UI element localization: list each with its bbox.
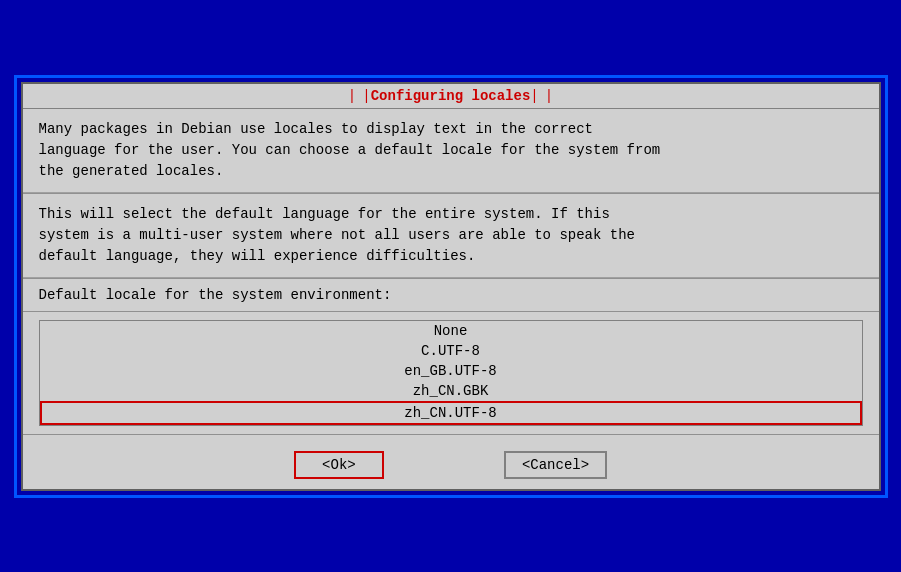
- outer-border: | Configuring locales | Many packages in…: [14, 75, 888, 498]
- title-bar: | Configuring locales |: [23, 84, 879, 109]
- locale-label: Default locale for the system environmen…: [23, 279, 879, 311]
- paragraph2: This will select the default language fo…: [23, 194, 879, 278]
- paragraph1-text: Many packages in Debian use locales to d…: [39, 121, 661, 179]
- locale-item[interactable]: zh_CN.UTF-8: [40, 401, 862, 425]
- paragraph1: Many packages in Debian use locales to d…: [23, 109, 879, 193]
- paragraph2-text: This will select the default language fo…: [39, 206, 636, 264]
- locale-list: NoneC.UTF-8en_GB.UTF-8zh_CN.GBKzh_CN.UTF…: [40, 321, 862, 425]
- locale-item[interactable]: en_GB.UTF-8: [40, 361, 862, 381]
- spacer2: [23, 426, 879, 434]
- button-row: <Ok> <Cancel>: [23, 435, 879, 489]
- dialog-body: Many packages in Debian use locales to d…: [23, 109, 879, 489]
- locale-item[interactable]: C.UTF-8: [40, 341, 862, 361]
- cancel-button[interactable]: <Cancel>: [504, 451, 607, 479]
- locale-item[interactable]: zh_CN.GBK: [40, 381, 862, 401]
- dialog: | Configuring locales | Many packages in…: [21, 82, 881, 491]
- ok-button[interactable]: <Ok>: [294, 451, 384, 479]
- locale-list-container: NoneC.UTF-8en_GB.UTF-8zh_CN.GBKzh_CN.UTF…: [39, 320, 863, 426]
- title-left-pipe: |: [362, 88, 370, 104]
- locale-item[interactable]: None: [40, 321, 862, 341]
- dialog-title: Configuring locales: [371, 88, 531, 104]
- spacer1: [23, 312, 879, 320]
- title-right-pipe: |: [530, 88, 538, 104]
